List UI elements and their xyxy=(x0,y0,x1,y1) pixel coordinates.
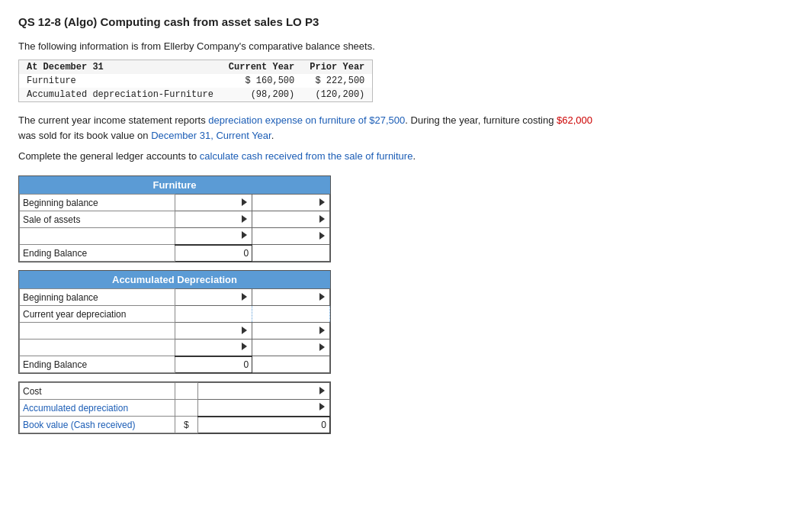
accum-row2-label: Current year depreciation xyxy=(20,306,175,323)
summary-row3-value[interactable]: 0 xyxy=(198,417,330,433)
highlight-depreciation: depreciation expense on furniture of $27… xyxy=(208,114,405,126)
accum-row4-credit[interactable] xyxy=(252,340,330,356)
description-text: The current year income statement report… xyxy=(18,113,794,143)
triangle-icon xyxy=(242,327,247,334)
triangle-icon xyxy=(319,198,325,206)
accum-ending-label: Ending Balance xyxy=(20,356,175,373)
furniture-row1-debit[interactable] xyxy=(175,195,252,211)
table-row: Beginning balance xyxy=(20,289,330,306)
intro-text: The following information is from Ellerb… xyxy=(18,40,794,52)
summary-row2-symbol xyxy=(175,400,198,417)
furniture-row2-debit[interactable] xyxy=(175,211,252,228)
summary-row3-symbol: $ xyxy=(175,417,198,433)
table-row: Sale of assets xyxy=(20,211,330,228)
summary-row1-value[interactable] xyxy=(198,383,330,400)
summary-section: Cost Accumulated depreciation xyxy=(18,381,331,434)
triangle-icon xyxy=(319,232,325,240)
triangle-icon xyxy=(319,327,325,334)
bs-row2-label: Accumulated depreciation-Furniture xyxy=(19,88,221,102)
summary-row1-label: Cost xyxy=(20,383,175,400)
triangle-icon xyxy=(319,293,325,301)
furniture-row2-label: Sale of assets xyxy=(20,211,175,228)
summary-row1-symbol xyxy=(175,383,198,400)
accum-ending-credit[interactable] xyxy=(252,356,330,373)
furniture-ending-credit[interactable] xyxy=(252,245,330,262)
accum-dep-ledger-table: Beginning balance Current year depreciat… xyxy=(19,288,330,373)
summary-row2-label: Accumulated depreciation xyxy=(20,400,175,417)
table-row: Ending Balance 0 xyxy=(20,245,330,262)
accum-row1-debit[interactable] xyxy=(175,289,252,306)
triangle-icon xyxy=(319,215,325,223)
spacer xyxy=(18,374,331,381)
bs-row1-current: $ 160,500 xyxy=(221,74,302,88)
summary-row2-value[interactable] xyxy=(198,400,330,417)
highlight-calculate: calculate cash received from the sale of… xyxy=(200,150,413,162)
book-value-label: Book value (Cash received) xyxy=(23,420,135,430)
table-row: Beginning balance xyxy=(20,195,330,211)
triangle-icon xyxy=(242,215,247,223)
table-row: Cost xyxy=(20,383,330,400)
bs-row2-prior: (120,200) xyxy=(302,88,373,102)
furniture-row3-credit[interactable] xyxy=(252,228,330,245)
table-row: Accumulated depreciation-Furniture (98,2… xyxy=(19,88,373,102)
accum-row4-label xyxy=(20,340,175,356)
summary-row3-label: Book value (Cash received) xyxy=(20,417,175,433)
accum-row3-label xyxy=(20,323,175,340)
highlight-cost: $62,000 xyxy=(557,114,592,126)
furniture-ending-debit[interactable]: 0 xyxy=(175,245,252,262)
instruction-text: Complete the general ledger accounts to … xyxy=(18,150,794,162)
furniture-ledger: Furniture Beginning balance Sale of asse… xyxy=(18,175,331,262)
accum-row2-credit[interactable] xyxy=(252,306,330,323)
description-part2: was sold for its book value on December … xyxy=(18,130,274,141)
bs-row2-current: (98,200) xyxy=(221,88,302,102)
furniture-row2-credit[interactable] xyxy=(252,211,330,228)
table-row xyxy=(20,228,330,245)
accum-dep-label: Accumulated depreciation xyxy=(23,403,128,414)
bs-col1-header: At December 31 xyxy=(19,60,221,75)
furniture-row3-label xyxy=(20,228,175,245)
accum-dep-ledger-header: Accumulated Depreciation xyxy=(19,271,330,288)
table-row: Ending Balance 0 xyxy=(20,356,330,373)
table-row xyxy=(20,323,330,340)
table-row: Current year depreciation xyxy=(20,306,330,323)
furniture-ending-label: Ending Balance xyxy=(20,245,175,262)
accum-ending-debit[interactable]: 0 xyxy=(175,356,252,373)
triangle-icon xyxy=(242,293,247,301)
spacer xyxy=(18,262,331,270)
accum-row1-credit[interactable] xyxy=(252,289,330,306)
accum-row4-debit[interactable] xyxy=(175,340,252,356)
summary-table: Cost Accumulated depreciation xyxy=(19,382,330,433)
table-row: Furniture $ 160,500 $ 222,500 xyxy=(19,74,373,88)
bs-row1-label: Furniture xyxy=(19,74,221,88)
furniture-row1-credit[interactable] xyxy=(252,195,330,211)
balance-sheet-table: At December 31 Current Year Prior Year F… xyxy=(18,60,373,102)
accum-dep-ledger: Accumulated Depreciation Beginning balan… xyxy=(18,270,331,374)
table-row: Book value (Cash received) $ 0 xyxy=(20,417,330,433)
ledger-wrapper: Furniture Beginning balance Sale of asse… xyxy=(18,175,331,434)
accum-row2-debit[interactable] xyxy=(175,306,252,323)
triangle-icon xyxy=(319,387,325,394)
bs-col3-header: Prior Year xyxy=(302,60,373,75)
furniture-row3-debit[interactable] xyxy=(175,228,252,245)
bs-row1-prior: $ 222,500 xyxy=(302,74,373,88)
accum-row1-label: Beginning balance xyxy=(20,289,175,306)
triangle-icon xyxy=(319,343,325,351)
page-title: QS 12-8 (Algo) Computing cash from asset… xyxy=(18,15,794,28)
triangle-icon xyxy=(242,231,247,239)
highlight-date: December 31, Current Year xyxy=(151,130,271,141)
furniture-ledger-header: Furniture xyxy=(19,176,330,194)
table-row xyxy=(20,340,330,356)
furniture-ledger-table: Beginning balance Sale of assets xyxy=(19,194,330,262)
triangle-icon xyxy=(242,198,247,206)
furniture-row1-label: Beginning balance xyxy=(20,195,175,211)
accum-row3-debit[interactable] xyxy=(175,323,252,340)
triangle-icon xyxy=(319,403,325,410)
accum-row3-credit[interactable] xyxy=(252,323,330,340)
bs-col2-header: Current Year xyxy=(221,60,302,75)
triangle-icon xyxy=(242,343,247,350)
table-row: Accumulated depreciation xyxy=(20,400,330,417)
